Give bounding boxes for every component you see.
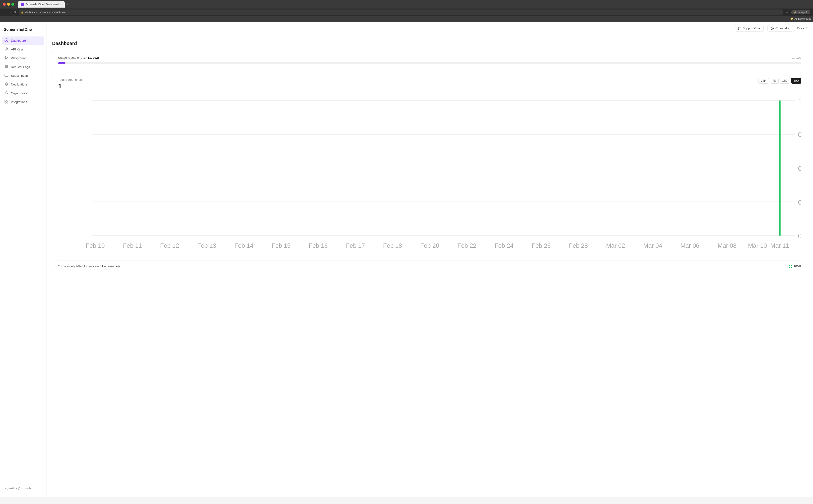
traffic-lights <box>3 3 14 6</box>
svg-rect-12 <box>7 102 8 103</box>
tab-close-icon[interactable]: ✕ <box>60 3 62 6</box>
reload-button[interactable]: ↻ <box>13 10 16 14</box>
usage-reset-text: Usage resets on Apr 11, 2025. <box>58 56 100 59</box>
active-tab[interactable]: ScreenshotOne | Dashboard ✕ <box>18 1 65 8</box>
bookmarks-folder-icon: 📁 <box>790 17 794 20</box>
sidebar-item-playground[interactable]: Playground <box>2 54 44 62</box>
browser-tabs: ScreenshotOne | Dashboard ✕ + <box>18 1 810 8</box>
sidebar-item-organization[interactable]: Organization <box>2 89 44 97</box>
svg-text:0.5: 0.5 <box>798 165 801 172</box>
sidebar-nav: Dashboard API Keys Playground <box>0 36 46 483</box>
usage-card: Usage resets on Apr 11, 2025. 1 / 100 <box>52 51 807 69</box>
svg-text:Feb 22: Feb 22 <box>457 242 476 249</box>
svg-text:Feb 16: Feb 16 <box>309 242 328 249</box>
chart-card: Total Screenshots 1 24H 7D 15D 30D <box>52 73 807 273</box>
fullscreen-traffic-light[interactable] <box>11 3 14 6</box>
svg-text:Mar 02: Mar 02 <box>606 242 625 249</box>
lock-icon: 🔒 <box>21 11 24 13</box>
svg-text:1: 1 <box>798 97 801 105</box>
usage-header: Usage resets on Apr 11, 2025. 1 / 100 <box>58 56 801 59</box>
usage-suffix: . <box>99 56 100 59</box>
sidebar-label-organization: Organization <box>11 91 28 95</box>
chart-header: Total Screenshots 1 24H 7D 15D 30D <box>58 78 801 90</box>
svg-text:Feb 20: Feb 20 <box>420 242 439 249</box>
sidebar-label-integrations: Integrations <box>11 100 27 104</box>
back-button[interactable]: ← <box>3 10 6 14</box>
usage-progress-fill <box>58 62 65 64</box>
svg-text:Feb 18: Feb 18 <box>383 242 402 249</box>
url-bar[interactable]: 🔒 dash.screenshotone.com/dashboard <box>19 9 783 15</box>
chart-title: Total Screenshots <box>58 78 82 81</box>
incognito-icon: 🕵 <box>793 11 797 14</box>
sidebar: ScreenshotOne Dashboard AP <box>0 22 46 497</box>
playground-icon <box>4 56 9 60</box>
time-filter-30d[interactable]: 30D <box>791 78 801 84</box>
tab-favicon <box>21 3 24 6</box>
close-traffic-light[interactable] <box>3 3 6 6</box>
svg-text:Mar 10: Mar 10 <box>748 242 767 249</box>
user-email: dmytro+test@screensh... <box>4 487 33 490</box>
organization-icon <box>4 91 9 95</box>
usage-date: Apr 11, 2025 <box>81 56 99 59</box>
time-filter-15d[interactable]: 15D <box>780 78 790 84</box>
sidebar-label-playground: Playground <box>11 56 27 60</box>
sidebar-item-dashboard[interactable]: Dashboard <box>2 36 44 45</box>
usage-progress-bar <box>58 62 801 64</box>
sidebar-item-api-keys[interactable]: API Keys <box>2 45 44 54</box>
browser-chrome: ScreenshotOne | Dashboard ✕ + <box>0 0 813 9</box>
address-bar: ← → ↻ 🔒 dash.screenshotone.com/dashboard… <box>0 9 813 16</box>
support-chat-button[interactable]: Support Chat <box>735 25 764 31</box>
time-filter-group: 24H 7D 15D 30D <box>759 78 801 84</box>
svg-text:Feb 12: Feb 12 <box>160 242 179 249</box>
svg-text:Mar 06: Mar 06 <box>681 242 700 249</box>
sidebar-item-request-logs[interactable]: Request Logs <box>2 63 44 71</box>
svg-text:Feb 15: Feb 15 <box>272 242 291 249</box>
forward-button[interactable]: → <box>8 10 11 14</box>
svg-text:Feb 24: Feb 24 <box>495 242 514 249</box>
minimize-traffic-light[interactable] <box>7 3 10 6</box>
svg-rect-10 <box>7 100 8 101</box>
svg-text:Feb 10: Feb 10 <box>86 242 105 249</box>
svg-text:0.75: 0.75 <box>798 131 801 138</box>
subscription-icon <box>4 73 9 78</box>
sidebar-item-notifications[interactable]: Notifications <box>2 80 44 89</box>
sidebar-label-dashboard: Dashboard <box>11 39 26 42</box>
svg-text:Feb 17: Feb 17 <box>346 242 365 249</box>
time-filter-24h[interactable]: 24H <box>759 78 769 84</box>
svg-text:Feb 13: Feb 13 <box>197 242 216 249</box>
changelog-button[interactable]: Changelog <box>768 25 793 31</box>
changelog-label: Changelog <box>775 27 790 30</box>
chart-value: 1 <box>58 82 82 90</box>
page-title: Dashboard <box>52 41 807 46</box>
nav-buttons: ← → ↻ <box>3 10 16 14</box>
integrations-icon <box>4 100 9 104</box>
bookmark-star-icon[interactable]: ☆ <box>786 10 789 14</box>
bell-icon <box>4 82 9 87</box>
changelog-icon <box>771 27 774 30</box>
new-tab-button[interactable]: + <box>67 2 69 6</box>
sidebar-item-integrations[interactable]: Integrations <box>2 98 44 106</box>
sidebar-footer: dmytro+test@screensh... ··· <box>0 483 46 493</box>
more-options-button[interactable]: ··· <box>39 486 42 490</box>
svg-text:Mar 11: Mar 11 <box>770 242 789 249</box>
chat-icon <box>738 27 741 30</box>
sidebar-item-subscription[interactable]: Subscription <box>2 72 44 80</box>
success-icon: ✓ <box>789 265 792 268</box>
success-rate-value: 100% <box>794 265 801 268</box>
tab-title: ScreenshotOne | Dashboard <box>26 3 58 6</box>
svg-rect-6 <box>5 74 8 77</box>
usage-count: 1 / 100 <box>792 56 801 59</box>
svg-rect-9 <box>5 100 6 101</box>
logs-icon <box>4 65 9 69</box>
svg-text:Feb 28: Feb 28 <box>569 242 588 249</box>
docs-link[interactable]: Docs ↗ <box>797 27 807 30</box>
bookmarks-bar: 📁 All Bookmarks <box>0 16 813 22</box>
svg-text:Feb 14: Feb 14 <box>235 242 254 249</box>
time-filter-7d[interactable]: 7D <box>770 78 779 84</box>
usage-prefix: Usage resets on <box>58 56 81 59</box>
support-chat-label: Support Chat <box>743 27 761 30</box>
docs-label: Docs <box>797 27 804 30</box>
svg-text:Feb 11: Feb 11 <box>123 242 142 249</box>
billing-text: You are only billed for successful scree… <box>58 265 121 268</box>
svg-text:0: 0 <box>798 232 801 240</box>
